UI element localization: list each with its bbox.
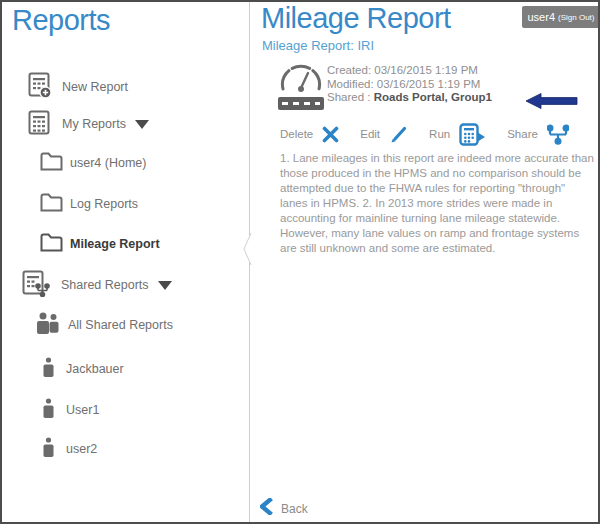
sidebar-item-label: Shared Reports bbox=[61, 278, 149, 292]
sidebar-item-new-report[interactable]: New Report bbox=[28, 72, 128, 102]
shared-line: Shared : Roads Portal, Group1 bbox=[327, 91, 492, 105]
person-icon bbox=[42, 437, 55, 462]
sidebar-item-user2[interactable]: user2 bbox=[42, 434, 97, 464]
road-icon bbox=[278, 97, 324, 110]
shared-value: Roads Portal, Group1 bbox=[374, 91, 492, 103]
sidebar-item-user4-home[interactable]: user4 (Home) bbox=[40, 148, 146, 178]
shared-reports-icon bbox=[22, 269, 50, 301]
share-org-icon[interactable] bbox=[547, 124, 569, 145]
delete-x-icon[interactable] bbox=[322, 126, 339, 143]
delete-label: Delete bbox=[280, 128, 313, 140]
sign-out-label: (Sign Out) bbox=[558, 13, 594, 22]
panel-divider-notch-icon bbox=[241, 233, 252, 269]
edit-pencil-icon[interactable] bbox=[389, 125, 408, 144]
folder-icon bbox=[40, 233, 63, 256]
sidebar-item-all-shared-reports[interactable]: All Shared Reports bbox=[35, 310, 173, 340]
sidebar-item-label: User1 bbox=[66, 403, 99, 417]
arrow-left-pointer-icon bbox=[526, 93, 578, 113]
page-subtitle: Mileage Report: IRI bbox=[262, 38, 374, 53]
new-report-icon bbox=[28, 72, 52, 103]
sidebar-item-label: Mileage Report bbox=[70, 237, 160, 251]
sidebar-item-label: Jackbauer bbox=[66, 362, 124, 376]
sidebar-item-mileage-report[interactable]: Mileage Report bbox=[40, 229, 160, 259]
report-metadata: Created: 03/16/2015 1:19 PM Modified: 03… bbox=[327, 64, 492, 105]
folder-icon bbox=[40, 152, 63, 175]
people-icon bbox=[35, 312, 60, 339]
modified-line: Modified: 03/16/2015 1:19 PM bbox=[327, 78, 492, 92]
action-toolbar: Delete Edit Run bbox=[280, 121, 569, 147]
share-label: Share bbox=[507, 128, 538, 140]
app-window: Reports New Report bbox=[0, 0, 600, 524]
sidebar-title: Reports bbox=[12, 4, 110, 37]
my-reports-icon bbox=[28, 109, 52, 140]
sidebar-item-label: Log Reports bbox=[70, 197, 138, 211]
sidebar-item-label: All Shared Reports bbox=[68, 318, 173, 332]
sidebar-item-shared-reports[interactable]: Shared Reports bbox=[22, 270, 172, 300]
sidebar-item-user1[interactable]: User1 bbox=[42, 395, 99, 425]
sign-out-button[interactable]: user4 (Sign Out) bbox=[522, 6, 600, 28]
edit-label: Edit bbox=[360, 128, 380, 140]
back-chevron-icon bbox=[260, 498, 273, 519]
page-title: Mileage Report bbox=[261, 2, 451, 35]
sidebar-item-label: user2 bbox=[66, 442, 97, 456]
sidebar-item-my-reports[interactable]: My Reports bbox=[28, 109, 149, 139]
chevron-down-icon[interactable] bbox=[135, 120, 149, 129]
person-icon bbox=[42, 357, 55, 382]
back-button[interactable]: Back bbox=[260, 498, 308, 519]
reports-sidebar: Reports New Report bbox=[2, 2, 249, 522]
sidebar-item-log-reports[interactable]: Log Reports bbox=[40, 189, 138, 219]
sidebar-item-jackbauer[interactable]: Jackbauer bbox=[42, 354, 124, 384]
run-label: Run bbox=[429, 128, 450, 140]
folder-icon bbox=[40, 193, 63, 216]
sidebar-item-label: My Reports bbox=[62, 117, 126, 131]
person-icon bbox=[42, 398, 55, 423]
sidebar-item-label: user4 (Home) bbox=[70, 156, 146, 170]
sidebar-item-label: New Report bbox=[62, 80, 128, 94]
gauge-icon bbox=[279, 64, 323, 97]
created-line: Created: 03/16/2015 1:19 PM bbox=[327, 64, 492, 78]
run-report-icon[interactable] bbox=[459, 123, 486, 146]
chevron-down-icon[interactable] bbox=[158, 281, 172, 290]
report-description: 1. Lane mileages in this report are inde… bbox=[280, 151, 594, 256]
user-name: user4 bbox=[528, 11, 556, 23]
back-label: Back bbox=[281, 502, 308, 516]
